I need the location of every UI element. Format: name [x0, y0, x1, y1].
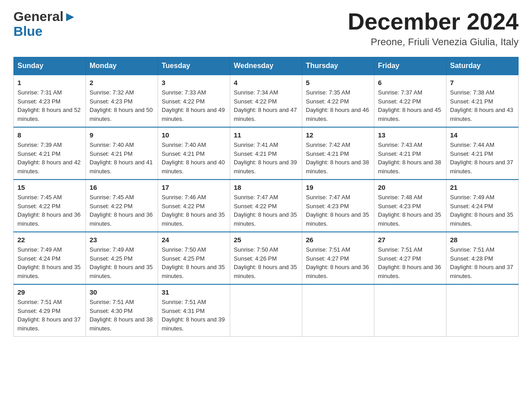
- day-info: Sunrise: 7:37 AMSunset: 4:22 PMDaylight:…: [378, 88, 442, 123]
- day-number: 31: [162, 288, 226, 296]
- calendar-cell-w4-d5: 26Sunrise: 7:51 AMSunset: 4:27 PMDayligh…: [302, 232, 374, 284]
- day-number: 7: [450, 79, 515, 86]
- calendar-cell-w1-d4: 4Sunrise: 7:34 AMSunset: 4:22 PMDaylight…: [230, 75, 302, 127]
- calendar-table: Sunday Monday Tuesday Wednesday Thursday…: [13, 57, 519, 337]
- day-number: 4: [234, 79, 298, 86]
- calendar-cell-w2-d2: 9Sunrise: 7:40 AMSunset: 4:21 PMDaylight…: [86, 127, 158, 180]
- calendar-cell-w3-d7: 21Sunrise: 7:49 AMSunset: 4:24 PMDayligh…: [446, 180, 519, 232]
- day-info: Sunrise: 7:49 AMSunset: 4:25 PMDaylight:…: [90, 245, 154, 280]
- calendar-cell-w5-d2: 30Sunrise: 7:51 AMSunset: 4:30 PMDayligh…: [86, 284, 158, 337]
- calendar-cell-w2-d7: 14Sunrise: 7:44 AMSunset: 4:21 PMDayligh…: [446, 127, 519, 180]
- day-info: Sunrise: 7:32 AMSunset: 4:23 PMDaylight:…: [90, 88, 154, 123]
- day-number: 9: [90, 131, 154, 139]
- day-number: 29: [17, 288, 82, 296]
- day-info: Sunrise: 7:35 AMSunset: 4:22 PMDaylight:…: [306, 88, 370, 123]
- day-info: Sunrise: 7:38 AMSunset: 4:21 PMDaylight:…: [450, 88, 515, 123]
- logo-line2: Blue: [13, 24, 77, 39]
- day-number: 25: [234, 236, 298, 244]
- calendar-cell-w1-d5: 5Sunrise: 7:35 AMSunset: 4:22 PMDaylight…: [302, 75, 374, 127]
- day-info: Sunrise: 7:48 AMSunset: 4:23 PMDaylight:…: [378, 193, 442, 228]
- day-info: Sunrise: 7:40 AMSunset: 4:21 PMDaylight:…: [90, 141, 154, 176]
- day-info: Sunrise: 7:44 AMSunset: 4:21 PMDaylight:…: [450, 141, 515, 176]
- calendar-cell-w2-d5: 12Sunrise: 7:42 AMSunset: 4:21 PMDayligh…: [302, 127, 374, 180]
- logo-arrow-icon: ►: [64, 9, 77, 24]
- calendar-week-3: 15Sunrise: 7:45 AMSunset: 4:22 PMDayligh…: [14, 180, 519, 232]
- day-info: Sunrise: 7:47 AMSunset: 4:22 PMDaylight:…: [234, 193, 298, 228]
- day-info: Sunrise: 7:51 AMSunset: 4:27 PMDaylight:…: [306, 245, 370, 280]
- day-number: 28: [450, 236, 515, 244]
- calendar-cell-w3-d1: 15Sunrise: 7:45 AMSunset: 4:22 PMDayligh…: [14, 180, 86, 232]
- day-number: 23: [90, 236, 154, 244]
- calendar-cell-w3-d4: 18Sunrise: 7:47 AMSunset: 4:22 PMDayligh…: [230, 180, 302, 232]
- calendar-cell-w5-d7: [446, 284, 519, 337]
- day-number: 30: [90, 288, 154, 296]
- logo-line1: General►: [13, 9, 77, 24]
- day-info: Sunrise: 7:46 AMSunset: 4:22 PMDaylight:…: [162, 193, 226, 228]
- header-sunday: Sunday: [14, 57, 86, 75]
- page-header: General► Blue December 2024 Preone, Friu…: [13, 9, 519, 48]
- day-info: Sunrise: 7:40 AMSunset: 4:21 PMDaylight:…: [162, 141, 226, 176]
- calendar-cell-w2-d3: 10Sunrise: 7:40 AMSunset: 4:21 PMDayligh…: [158, 127, 230, 180]
- day-info: Sunrise: 7:47 AMSunset: 4:23 PMDaylight:…: [306, 193, 370, 228]
- day-info: Sunrise: 7:50 AMSunset: 4:26 PMDaylight:…: [234, 245, 298, 280]
- day-number: 5: [306, 79, 370, 86]
- day-info: Sunrise: 7:49 AMSunset: 4:24 PMDaylight:…: [17, 245, 82, 280]
- day-info: Sunrise: 7:51 AMSunset: 4:29 PMDaylight:…: [17, 298, 82, 333]
- day-info: Sunrise: 7:51 AMSunset: 4:27 PMDaylight:…: [378, 245, 442, 280]
- calendar-cell-w5-d3: 31Sunrise: 7:51 AMSunset: 4:31 PMDayligh…: [158, 284, 230, 337]
- day-number: 11: [234, 131, 298, 139]
- calendar-cell-w1-d7: 7Sunrise: 7:38 AMSunset: 4:21 PMDaylight…: [446, 75, 519, 127]
- day-info: Sunrise: 7:51 AMSunset: 4:28 PMDaylight:…: [450, 245, 515, 280]
- calendar-cell-w5-d5: [302, 284, 374, 337]
- day-number: 20: [378, 184, 442, 191]
- day-number: 16: [90, 184, 154, 191]
- calendar-cell-w3-d6: 20Sunrise: 7:48 AMSunset: 4:23 PMDayligh…: [374, 180, 446, 232]
- day-number: 19: [306, 184, 370, 191]
- day-number: 2: [90, 79, 154, 86]
- day-info: Sunrise: 7:34 AMSunset: 4:22 PMDaylight:…: [234, 88, 298, 123]
- calendar-cell-w1-d1: 1Sunrise: 7:31 AMSunset: 4:23 PMDaylight…: [14, 75, 86, 127]
- day-number: 17: [162, 184, 226, 191]
- calendar-cell-w2-d6: 13Sunrise: 7:43 AMSunset: 4:21 PMDayligh…: [374, 127, 446, 180]
- day-info: Sunrise: 7:31 AMSunset: 4:23 PMDaylight:…: [17, 88, 82, 123]
- day-info: Sunrise: 7:50 AMSunset: 4:25 PMDaylight:…: [162, 245, 226, 280]
- day-number: 1: [17, 79, 82, 86]
- day-number: 10: [162, 131, 226, 139]
- calendar-cell-w4-d4: 25Sunrise: 7:50 AMSunset: 4:26 PMDayligh…: [230, 232, 302, 284]
- day-info: Sunrise: 7:45 AMSunset: 4:22 PMDaylight:…: [17, 193, 82, 228]
- day-number: 21: [450, 184, 515, 191]
- calendar-cell-w1-d2: 2Sunrise: 7:32 AMSunset: 4:23 PMDaylight…: [86, 75, 158, 127]
- header-tuesday: Tuesday: [158, 57, 230, 75]
- calendar-cell-w5-d6: [374, 284, 446, 337]
- day-number: 27: [378, 236, 442, 244]
- calendar-cell-w1-d3: 3Sunrise: 7:33 AMSunset: 4:22 PMDaylight…: [158, 75, 230, 127]
- calendar-cell-w2-d4: 11Sunrise: 7:41 AMSunset: 4:21 PMDayligh…: [230, 127, 302, 180]
- calendar-cell-w4-d2: 23Sunrise: 7:49 AMSunset: 4:25 PMDayligh…: [86, 232, 158, 284]
- header-monday: Monday: [86, 57, 158, 75]
- day-info: Sunrise: 7:39 AMSunset: 4:21 PMDaylight:…: [17, 141, 82, 176]
- calendar-cell-w3-d3: 17Sunrise: 7:46 AMSunset: 4:22 PMDayligh…: [158, 180, 230, 232]
- calendar-cell-w2-d1: 8Sunrise: 7:39 AMSunset: 4:21 PMDaylight…: [14, 127, 86, 180]
- header-friday: Friday: [374, 57, 446, 75]
- calendar-week-2: 8Sunrise: 7:39 AMSunset: 4:21 PMDaylight…: [14, 127, 519, 180]
- day-number: 8: [17, 131, 82, 139]
- day-number: 3: [162, 79, 226, 86]
- calendar-header: Sunday Monday Tuesday Wednesday Thursday…: [14, 57, 519, 75]
- day-header-row: Sunday Monday Tuesday Wednesday Thursday…: [14, 57, 519, 75]
- header-wednesday: Wednesday: [230, 57, 302, 75]
- calendar-week-5: 29Sunrise: 7:51 AMSunset: 4:29 PMDayligh…: [14, 284, 519, 337]
- day-info: Sunrise: 7:51 AMSunset: 4:30 PMDaylight:…: [90, 298, 154, 333]
- calendar-week-4: 22Sunrise: 7:49 AMSunset: 4:24 PMDayligh…: [14, 232, 519, 284]
- calendar-cell-w5-d4: [230, 284, 302, 337]
- day-number: 14: [450, 131, 515, 139]
- header-saturday: Saturday: [446, 57, 519, 75]
- header-thursday: Thursday: [302, 57, 374, 75]
- calendar-body: 1Sunrise: 7:31 AMSunset: 4:23 PMDaylight…: [14, 75, 519, 337]
- title-section: December 2024 Preone, Friuli Venezia Giu…: [348, 9, 519, 48]
- calendar-cell-w4-d6: 27Sunrise: 7:51 AMSunset: 4:27 PMDayligh…: [374, 232, 446, 284]
- calendar-cell-w3-d5: 19Sunrise: 7:47 AMSunset: 4:23 PMDayligh…: [302, 180, 374, 232]
- calendar-cell-w3-d2: 16Sunrise: 7:45 AMSunset: 4:22 PMDayligh…: [86, 180, 158, 232]
- day-number: 15: [17, 184, 82, 191]
- calendar-cell-w4-d7: 28Sunrise: 7:51 AMSunset: 4:28 PMDayligh…: [446, 232, 519, 284]
- day-info: Sunrise: 7:51 AMSunset: 4:31 PMDaylight:…: [162, 298, 226, 333]
